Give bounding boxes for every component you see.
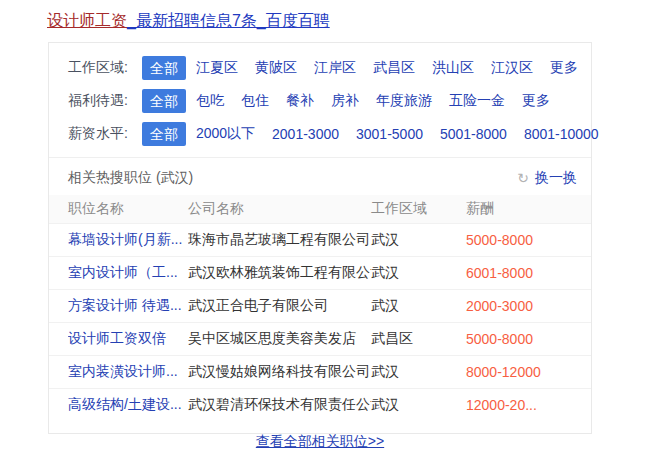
view-all-row: 查看全部相关职位>> — [49, 421, 591, 451]
filter-option[interactable]: 黄陂区 — [255, 59, 297, 77]
job-title-link[interactable]: 室内装潢设计师... — [68, 363, 188, 381]
table-row: 幕墙设计师(月薪... 珠海市晶艺玻璃工程有限公司 武汉 5000-8000 — [49, 223, 591, 256]
company-name: 武汉正合电子有限公司 — [188, 297, 371, 315]
company-name: 武汉欧林雅筑装饰工程有限公司 — [188, 264, 371, 282]
job-title-link[interactable]: 幕墙设计师(月薪... — [68, 231, 188, 249]
column-header-job-title: 职位名称 — [49, 195, 188, 223]
table-row: 方案设计师 待遇... 武汉正合电子有限公司 武汉 2000-3000 — [49, 289, 591, 322]
filter-chip-selected[interactable]: 全部 — [142, 122, 186, 146]
column-header-region: 工作区域 — [371, 195, 466, 223]
related-jobs-header: 相关热搜职位 (武汉) ↻ 换一换 — [49, 158, 591, 195]
salary-range: 8000-12000 — [466, 364, 591, 380]
filter-option[interactable]: 五险一金 — [449, 92, 505, 110]
job-title-link[interactable]: 设计师工资双倍 — [68, 330, 188, 348]
result-title-highlight[interactable]: 设计师工资 — [47, 12, 127, 29]
filter-row-region: 工作区域: 全部 江夏区 黄陂区 江岸区 武昌区 洪山区 江汉区 更多 — [68, 51, 591, 84]
filter-option[interactable]: 8001-10000 — [524, 126, 599, 142]
filter-option[interactable]: 3001-5000 — [356, 126, 423, 142]
work-region: 武汉 — [371, 264, 466, 282]
table-row: 室内设计师（工... 武汉欧林雅筑装饰工程有限公司 武汉 6001-8000 — [49, 256, 591, 289]
filter-option[interactable]: 洪山区 — [432, 59, 474, 77]
view-all-jobs-link[interactable]: 查看全部相关职位>> — [256, 433, 384, 449]
refresh-icon: ↻ — [517, 170, 529, 186]
filter-option[interactable]: 江夏区 — [196, 59, 238, 77]
company-name: 武汉碧清环保技术有限责任公司 — [188, 396, 371, 414]
job-title-link[interactable]: 室内设计师（工... — [68, 264, 188, 282]
table-header-row: 职位名称 公司名称 工作区域 薪酬 — [49, 195, 591, 223]
refresh-button[interactable]: ↻ 换一换 — [517, 169, 577, 187]
filter-label: 工作区域: — [68, 59, 128, 77]
related-jobs-title: 相关热搜职位 (武汉) — [68, 169, 193, 187]
company-name: 武汉慢姑娘网络科技有限公司 — [188, 363, 371, 381]
column-header-company: 公司名称 — [188, 195, 371, 223]
job-title-link[interactable]: 方案设计师 待遇... — [68, 297, 188, 315]
filter-row-salary: 薪资水平: 全部 2000以下 2001-3000 3001-5000 5001… — [68, 117, 591, 150]
result-title-rest[interactable]: _最新招聘信息7条_百度百聘 — [127, 12, 330, 29]
filters-section: 工作区域: 全部 江夏区 黄陂区 江岸区 武昌区 洪山区 江汉区 更多 福利待遇… — [49, 43, 591, 158]
table-row: 室内装潢设计师... 武汉慢姑娘网络科技有限公司 武汉 8000-12000 — [49, 355, 591, 388]
filter-option[interactable]: 房补 — [331, 92, 359, 110]
filter-label: 福利待遇: — [68, 92, 128, 110]
filter-option-more[interactable]: 更多 — [550, 59, 578, 77]
filter-option-more[interactable]: 更多 — [522, 92, 550, 110]
work-region: 武汉 — [371, 297, 466, 315]
filter-option[interactable]: 5001-8000 — [440, 126, 507, 142]
salary-range: 2000-3000 — [466, 298, 591, 314]
filter-chip-selected[interactable]: 全部 — [142, 56, 186, 80]
filter-option[interactable]: 江汉区 — [491, 59, 533, 77]
company-name: 吴中区城区思度美容美发店 — [188, 330, 371, 348]
work-region: 武汉 — [371, 396, 466, 414]
filter-option[interactable]: 包住 — [241, 92, 269, 110]
salary-range: 5000-8000 — [466, 232, 591, 248]
filter-option[interactable]: 江岸区 — [314, 59, 356, 77]
table-row: 设计师工资双倍 吴中区城区思度美容美发店 武昌区 5000-8000 — [49, 322, 591, 355]
work-region: 武汉 — [371, 231, 466, 249]
filter-chip-selected[interactable]: 全部 — [142, 89, 186, 113]
job-search-panel: 工作区域: 全部 江夏区 黄陂区 江岸区 武昌区 洪山区 江汉区 更多 福利待遇… — [48, 42, 592, 434]
filter-option[interactable]: 2001-3000 — [272, 126, 339, 142]
filter-option[interactable]: 年度旅游 — [376, 92, 432, 110]
work-region: 武汉 — [371, 363, 466, 381]
refresh-label[interactable]: 换一换 — [535, 169, 577, 187]
search-result-page: 设计师工资_最新招聘信息7条_百度百聘 工作区域: 全部 江夏区 黄陂区 江岸区… — [0, 0, 653, 454]
result-title-link[interactable]: 设计师工资_最新招聘信息7条_百度百聘 — [47, 11, 330, 31]
salary-range: 12000-20... — [466, 397, 591, 413]
filter-row-benefits: 福利待遇: 全部 包吃 包住 餐补 房补 年度旅游 五险一金 更多 — [68, 84, 591, 117]
company-name: 珠海市晶艺玻璃工程有限公司 — [188, 231, 371, 249]
filter-option[interactable]: 2000以下 — [196, 125, 255, 143]
table-row: 高级结构/土建设... 武汉碧清环保技术有限责任公司 武汉 12000-20..… — [49, 388, 591, 421]
salary-range: 6001-8000 — [466, 265, 591, 281]
filter-option[interactable]: 餐补 — [286, 92, 314, 110]
work-region: 武昌区 — [371, 330, 466, 348]
job-title-link[interactable]: 高级结构/土建设... — [68, 396, 188, 414]
filter-label: 薪资水平: — [68, 125, 128, 143]
salary-range: 5000-8000 — [466, 331, 591, 347]
filter-option[interactable]: 包吃 — [196, 92, 224, 110]
column-header-salary: 薪酬 — [466, 195, 591, 223]
jobs-table: 职位名称 公司名称 工作区域 薪酬 幕墙设计师(月薪... 珠海市晶艺玻璃工程有… — [49, 195, 591, 421]
filter-option[interactable]: 武昌区 — [373, 59, 415, 77]
